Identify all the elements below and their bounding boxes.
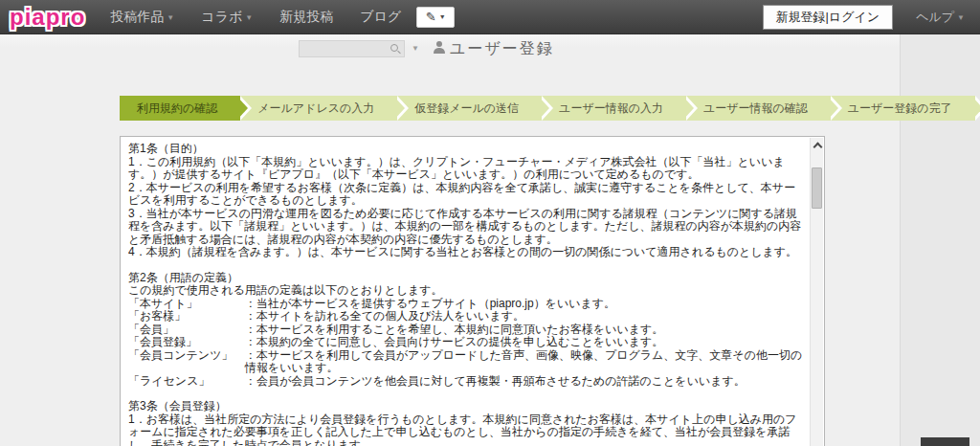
top-header: piapro 投稿作品▼ コラボ▼ 新規投稿 ブログ ✎ ▼ 新規登録|ログイン… [0, 0, 980, 34]
terms-text: 第1条（目的） 1．この利用規約（以下「本規約」といいます。）は、クリプトン・フ… [128, 143, 803, 446]
nav-new-post[interactable]: 新規投稿 [279, 9, 333, 26]
definition-row: 「本サイト」：当社が本サービスを提供するウェブサイト（piapro.jp）をいい… [128, 298, 803, 311]
section-heading: 第3条（会員登録） [128, 400, 803, 413]
search-input[interactable] [299, 40, 405, 57]
step-email-entry: メールアドレスの入力 [240, 96, 397, 121]
step-temp-mail-sent: 仮登録メールの送信 [397, 96, 542, 121]
definition-text: ：本サービスを利用することを希望し、本規約に同意頂いたお客様をいいます。 [245, 323, 803, 337]
terms-paragraph: この規約で使用される用語の定義は以下のとおりとします。 [128, 284, 803, 298]
definition-term: 「お客様」 [128, 310, 245, 323]
step-label: ユーザー情報の確認 [703, 100, 808, 117]
signup-login-button[interactable]: 新規登録|ログイン [763, 5, 894, 30]
nav-collab-label: コラボ [201, 9, 242, 24]
step-registration-complete: ユーザー登録の完了 [831, 96, 975, 121]
terms-paragraph: 3．当社が本サービスの円滑な運用を図るため必要に応じて作成する本サービスの利用に… [128, 208, 803, 247]
terms-paragraph: 1．お客様は、当社所定の方法により会員登録を行うものとします。本規約に同意された… [128, 413, 803, 446]
terms-section-1: 第1条（目的） 1．この利用規約（以下「本規約」といいます。）は、クリプトン・フ… [128, 143, 803, 259]
registration-steps: 利用規約の確認 メールアドレスの入力 仮登録メールの送信 ユーザー情報の入力 ユ… [120, 96, 908, 121]
definition-term: 「会員」 [128, 323, 245, 337]
chevron-down-icon: ▼ [245, 13, 253, 22]
step-user-info-confirm: ユーザー情報の確認 [686, 96, 831, 121]
header-right: 新規登録|ログイン ヘルプ▼ [763, 5, 965, 30]
definition-row: 「お客様」：本サイトを訪れる全ての個人及び法人をいいます。 [128, 310, 803, 323]
definition-term: 「会員コンテンツ」 [128, 349, 245, 375]
step-label: 利用規約の確認 [137, 100, 217, 117]
nav-collab[interactable]: コラボ▼ [201, 9, 253, 26]
definition-text: ：本サイトを訪れる全ての個人及び法人をいいます。 [245, 310, 803, 323]
definition-term: 「ライセンス」 [128, 375, 245, 389]
terms-scrollbar[interactable] [810, 138, 823, 446]
user-icon [434, 41, 445, 54]
step-label: ユーザー登録の完了 [848, 100, 952, 117]
help-menu[interactable]: ヘルプ▼ [916, 9, 965, 26]
definition-row: 「会員」：本サービスを利用することを希望し、本規約に同意頂いたお客様をいいます。 [128, 323, 803, 337]
section-heading: 第2条（用語の定義） [128, 272, 803, 285]
piapro-logo[interactable]: piapro [10, 4, 85, 31]
step-label: ユーザー情報の入力 [559, 100, 663, 117]
nav-blog[interactable]: ブログ [360, 9, 401, 26]
search-scope-dropdown[interactable]: ▼ [412, 44, 419, 53]
page-title: ユーザー登録 [450, 39, 554, 59]
terms-of-service-box[interactable]: 第1条（目的） 1．この利用規約（以下「本規約」といいます。）は、クリプトン・フ… [120, 136, 825, 446]
nav-posted-works-label: 投稿作品 [110, 9, 164, 24]
main-nav: 投稿作品▼ コラボ▼ 新規投稿 ブログ [110, 9, 401, 26]
definition-row: 「ライセンス」：会員が会員コンテンツを他会員に対して再複製・再頒布させるための許… [128, 375, 803, 389]
terms-section-2: 第2条（用語の定義） この規約で使用される用語の定義は以下のとおりとします。 「… [128, 272, 803, 389]
terms-paragraph: 4．本規約（諸規程を含みます。）は、本サービスに関する当社とお客様との間の一切の… [128, 246, 803, 259]
definition-text: ：当社が本サービスを提供するウェブサイト（piapro.jp）をいいます。 [245, 298, 803, 311]
terms-paragraph: 1．この利用規約（以下「本規約」といいます。）は、クリプトン・フューチャー・メデ… [128, 156, 803, 182]
terms-section-3: 第3条（会員登録） 1．お客様は、当社所定の方法により会員登録を行うものとします… [128, 400, 803, 446]
scrollbar-thumb[interactable] [812, 167, 822, 209]
nav-blog-label: ブログ [360, 9, 401, 24]
help-label: ヘルプ [916, 10, 954, 24]
search-icon [390, 44, 398, 52]
pencil-icon: ✎ [426, 11, 436, 23]
step-label: メールアドレスの入力 [257, 100, 374, 117]
definition-text: ：本サービスを利用して会員がアップロードした音声、画像、映像、プログラム、文字、… [245, 349, 803, 375]
nav-posted-works[interactable]: 投稿作品▼ [110, 9, 174, 26]
chevron-down-icon: ▼ [957, 13, 965, 22]
terms-paragraph: 2．本サービスの利用を希望するお客様（次条に定義）は、本規約内容を全て承諾し、誠… [128, 182, 803, 208]
definition-text: ：会員が会員コンテンツを他会員に対して再複製・再頒布させるための許諾のことをいい… [245, 375, 803, 389]
step-label: 仮登録メールの送信 [414, 100, 519, 117]
chevron-down-icon: ▼ [439, 13, 446, 20]
quick-post-dropdown[interactable]: ✎ ▼ [416, 7, 455, 28]
step-user-info-entry: ユーザー情報の入力 [542, 96, 686, 121]
scroll-up-arrow-icon[interactable] [811, 138, 823, 152]
bottom-right-artifact [921, 437, 969, 446]
definition-term: 「本サイト」 [128, 298, 245, 311]
step-terms-confirmation: 利用規約の確認 [120, 96, 240, 121]
section-heading: 第1条（目的） [128, 143, 803, 156]
nav-new-post-label: 新規投稿 [279, 9, 333, 24]
definition-text: ：本規約の全てに同意し、会員向けサービスの提供を申し込むことをいいます。 [245, 336, 803, 349]
definition-row: 「会員登録」：本規約の全てに同意し、会員向けサービスの提供を申し込むことをいいま… [128, 336, 803, 349]
definition-term: 「会員登録」 [128, 336, 245, 349]
chevron-down-icon: ▼ [167, 13, 174, 22]
definition-row: 「会員コンテンツ」：本サービスを利用して会員がアップロードした音声、画像、映像、… [128, 349, 803, 375]
